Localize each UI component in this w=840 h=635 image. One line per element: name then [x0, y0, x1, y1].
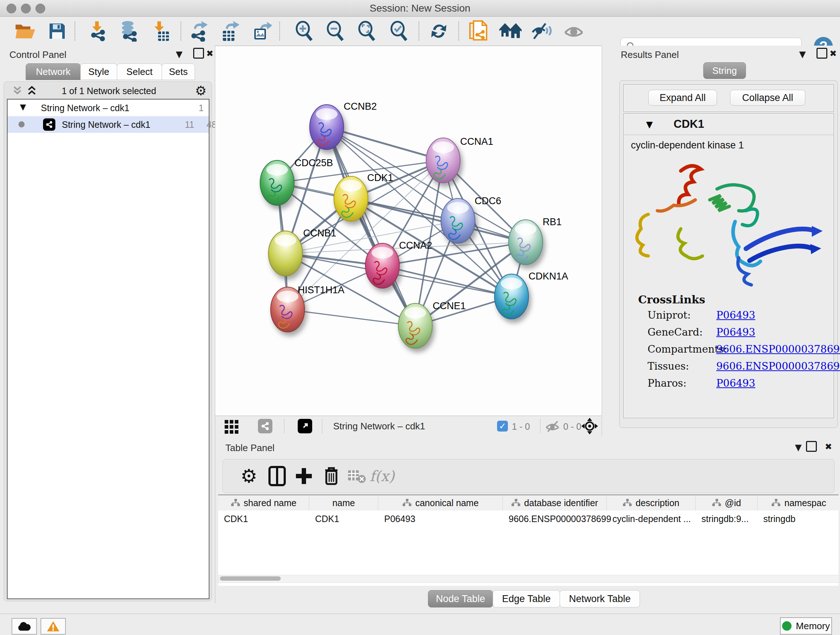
control-panel-close-icon[interactable]: ✖	[206, 49, 213, 59]
table-cell[interactable]: stringdb:9...	[696, 511, 763, 526]
column-header-namespac[interactable]: namespac	[758, 495, 840, 510]
table-cell[interactable]: P06493	[378, 511, 508, 526]
expand-all-button[interactable]: Expand All	[648, 90, 717, 106]
tab-network-table[interactable]: Network Table	[560, 590, 640, 608]
tab-style[interactable]: Style	[80, 63, 117, 80]
column-type-icon	[231, 499, 240, 507]
table-options-gear-icon[interactable]: ⚙	[237, 464, 261, 488]
node-table[interactable]: shared namenamecanonical namedatabase id…	[218, 494, 838, 586]
tab-edge-table[interactable]: Edge Table	[493, 590, 560, 608]
enable-glass-ball-effect-icon[interactable]	[530, 20, 553, 42]
table-panel-float-icon[interactable]	[806, 441, 817, 452]
tab-sets[interactable]: Sets	[162, 63, 195, 80]
show-structure-images-icon[interactable]	[562, 20, 585, 42]
hidden-eye-slash-icon[interactable]	[545, 420, 560, 432]
export-table-button[interactable]	[218, 20, 241, 42]
table-horizontal-scrollbar[interactable]	[218, 575, 839, 583]
control-panel-float-icon[interactable]	[193, 48, 204, 59]
results-panel-close-icon[interactable]: ✖	[829, 49, 837, 59]
column-header-name[interactable]: name	[309, 495, 378, 510]
import-table-button[interactable]	[149, 20, 172, 42]
tab-network[interactable]: Network	[26, 63, 81, 80]
birds-eye-toggle-icon[interactable]	[581, 418, 598, 434]
table-cell[interactable]: stringdb	[758, 511, 840, 526]
open-session-button[interactable]	[14, 20, 37, 42]
import-network-button[interactable]	[86, 20, 109, 42]
tree-expander-icon[interactable]: ▼	[20, 103, 26, 111]
function-builder-icon[interactable]: f(x)	[370, 464, 393, 488]
network-node-cdk1[interactable]	[334, 176, 368, 221]
export-network-button[interactable]	[187, 20, 210, 42]
network-list-options-gear-icon[interactable]: ⚙	[195, 83, 207, 98]
network-node-ccnb2[interactable]	[309, 105, 344, 149]
control-panel-collapse-icon[interactable]: ▼	[176, 49, 182, 59]
crosslink-value-link[interactable]: 9606.ENSP00000378699	[716, 360, 840, 372]
table-cell[interactable]: cyclin-dependent ...	[607, 511, 701, 526]
results-panel-float-icon[interactable]	[816, 48, 827, 59]
show-columns-icon[interactable]	[265, 464, 289, 488]
save-session-button[interactable]	[46, 20, 69, 42]
network-canvas[interactable]: CCNB2CCNA1CDC25BCDK1CDC6RB1CCNB1CCNA2CDK…	[215, 46, 602, 416]
import-network-from-database-button[interactable]	[117, 20, 140, 42]
network-node-ccnb1[interactable]	[268, 231, 302, 276]
network-tree-root-row[interactable]: ▼ String Network – cdk1 1	[8, 100, 209, 116]
network-view-icon[interactable]	[258, 419, 272, 433]
crosslink-value-link[interactable]: 9606.ENSP00000378699	[716, 343, 840, 355]
table-cell[interactable]: CDK1	[218, 511, 315, 526]
selected-checkbox-icon[interactable]: ✓	[497, 421, 508, 432]
column-header-description[interactable]: description	[607, 495, 696, 510]
detach-view-icon[interactable]	[298, 419, 312, 433]
tab-node-table[interactable]: Node Table	[428, 590, 493, 608]
delete-column-icon[interactable]	[320, 464, 343, 488]
refresh-button[interactable]	[427, 20, 450, 42]
zoom-in-button[interactable]	[292, 20, 316, 42]
expand-all-networks-icon[interactable]	[27, 86, 37, 96]
scrollbar-thumb[interactable]	[220, 576, 281, 581]
network-view-toolbar: String Network – cdk1 ✓ 1 - 0 0 - 0	[215, 416, 602, 437]
column-header-shared-name[interactable]: shared name	[218, 495, 309, 510]
protein-card: ▼ CDK1 cyclin-dependent kinase 1	[623, 113, 834, 418]
network-node-cdc25b[interactable]	[260, 160, 294, 205]
column-header--id[interactable]: @id	[696, 495, 758, 510]
protein-card-header[interactable]: ▼ CDK1	[624, 114, 834, 135]
network-node-ccne1[interactable]	[398, 303, 432, 348]
toolbar-separator	[74, 22, 75, 41]
export-image-button[interactable]	[250, 20, 273, 42]
network-node-cdkn1a[interactable]	[494, 274, 529, 319]
zoom-out-button[interactable]	[324, 20, 347, 42]
table-panel-collapse-icon[interactable]: ▼	[795, 442, 802, 453]
memory-button[interactable]: Memory	[780, 617, 832, 635]
crosslink-value-link[interactable]: P06493	[716, 326, 755, 338]
column-header-canonical-name[interactable]: canonical name	[378, 495, 503, 510]
collapse-all-networks-icon[interactable]	[12, 86, 23, 96]
warning-status-button[interactable]	[41, 618, 66, 635]
results-panel-collapse-icon[interactable]: ▼	[799, 49, 806, 59]
collapse-all-button[interactable]: Collapse All	[730, 90, 805, 106]
table-cell[interactable]: 9606.ENSP00000378699	[503, 511, 612, 526]
string-copy-network-button[interactable]	[467, 20, 490, 42]
toolbar-separator	[180, 22, 181, 41]
tab-select[interactable]: Select	[117, 63, 162, 80]
network-edge[interactable]	[287, 310, 415, 326]
network-node-ccna1[interactable]	[426, 138, 460, 183]
collapse-protein-icon[interactable]: ▼	[646, 119, 653, 130]
zoom-fit-button[interactable]	[355, 20, 378, 42]
add-column-icon[interactable]	[292, 464, 316, 488]
crosslink-value-link[interactable]: P06493	[716, 377, 755, 389]
network-node-cdc6[interactable]	[441, 198, 475, 243]
network-tree-child-row[interactable]: String Network – cdk1 11 48	[8, 116, 209, 133]
tab-string[interactable]: String	[703, 62, 746, 79]
delete-table-icon[interactable]	[345, 464, 368, 488]
network-node-rb1[interactable]	[508, 220, 543, 264]
table-cell[interactable]: CDK1	[309, 511, 384, 526]
network-node-ccna2[interactable]	[365, 243, 399, 288]
zoom-selected-button[interactable]	[387, 20, 410, 42]
crosslink-label: Tissues:	[647, 360, 689, 372]
network-edge[interactable]	[327, 127, 415, 326]
crosslink-value-link[interactable]: P06493	[716, 309, 755, 321]
string-home-button[interactable]	[499, 20, 522, 42]
grid-view-icon[interactable]	[224, 418, 240, 434]
column-header-database-identifier[interactable]: database identifier	[503, 495, 607, 510]
cloud-status-button[interactable]	[11, 618, 37, 635]
table-panel-close-icon[interactable]: ✖	[825, 442, 832, 452]
